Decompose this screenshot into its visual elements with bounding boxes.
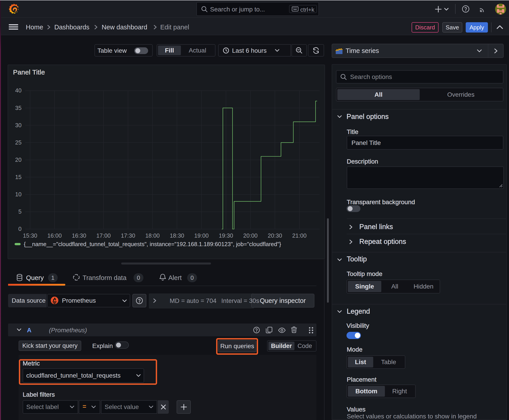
svg-text:15: 15 [15, 174, 22, 180]
svg-text:19:00: 19:00 [194, 232, 209, 239]
svg-text:20:00: 20:00 [243, 232, 258, 239]
svg-text:10: 10 [15, 191, 22, 197]
svg-text:25: 25 [15, 139, 22, 146]
svg-text:5: 5 [18, 209, 22, 215]
svg-text:30: 30 [15, 122, 22, 128]
svg-text:18:00: 18:00 [145, 232, 160, 239]
svg-text:18:30: 18:30 [170, 232, 184, 239]
svg-text:19:30: 19:30 [219, 232, 233, 239]
svg-text:15:30: 15:30 [23, 232, 37, 239]
svg-text:40: 40 [15, 87, 22, 94]
svg-text:16:00: 16:00 [47, 232, 62, 239]
svg-text:35: 35 [15, 105, 22, 111]
svg-text:16:30: 16:30 [72, 232, 86, 239]
svg-text:{__name__="cloudflared_tunnel_: {__name__="cloudflared_tunnel_total_requ… [24, 241, 281, 247]
svg-text:17:30: 17:30 [121, 232, 135, 239]
svg-text:20: 20 [15, 157, 22, 163]
svg-text:20:30: 20:30 [268, 232, 282, 239]
svg-text:21:00: 21:00 [292, 232, 307, 239]
svg-text:17:00: 17:00 [96, 232, 111, 239]
svg-text:0: 0 [18, 226, 22, 232]
